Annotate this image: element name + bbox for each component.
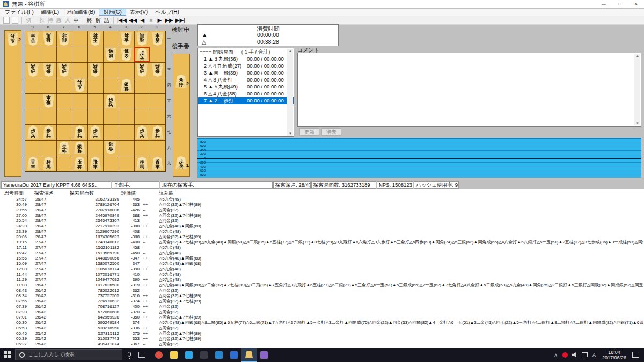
open-file-icon[interactable]: [12, 17, 18, 24]
board-piece[interactable]: 桂馬: [136, 32, 148, 46]
board-piece[interactable]: 歩兵: [136, 63, 148, 77]
move-row[interactable]: 1▲３九飛(36)00:00 / 00:00:00: [198, 55, 294, 62]
board-piece[interactable]: 金将: [120, 32, 133, 46]
analysis-row[interactable]: 20:0628/471874385623-388++△同金(32)▲7七桂(89…: [0, 234, 644, 240]
analysis-row[interactable]: 07:0126/42642959928-350++△同金(32)▲7七桂(89): [0, 315, 644, 320]
app-shogidokoro[interactable]: [241, 348, 257, 362]
toolbar-button[interactable]: 切: [24, 17, 33, 24]
analysis-row[interactable]: 30:4928/472789126704-363++△同金(32)▲7七桂(89…: [0, 202, 644, 208]
analysis-row[interactable]: 16:4727/471519569790-450--△5九金(48): [0, 250, 644, 256]
board-piece[interactable]: 歩兵: [27, 125, 39, 139]
move-row[interactable]: 5▲５九飛(49)00:00 / 00:00:00: [198, 83, 294, 90]
sente-hand-piece[interactable]: 歩兵: [175, 156, 187, 169]
board-piece[interactable]: 飛車: [42, 94, 55, 108]
network-icon[interactable]: [582, 352, 588, 357]
menu-item[interactable]: ファイル(F): [1, 9, 38, 16]
app-code[interactable]: [226, 348, 241, 362]
menu-item[interactable]: 局面編集(B): [63, 9, 99, 16]
board-piece[interactable]: 銀将: [74, 141, 86, 154]
analysis-row[interactable]: 05:2725/42499411874-367--△同金(32): [0, 342, 644, 347]
toolbar-button[interactable]: 急: [55, 17, 63, 24]
speaker-icon[interactable]: [572, 352, 577, 357]
analysis-row[interactable]: 06:3026/42595249584-374--△5九金(48)▲同銀(68)…: [0, 320, 644, 326]
board-piece[interactable]: 桂馬: [136, 157, 148, 170]
ime-indicator[interactable]: A: [592, 352, 596, 358]
app-store[interactable]: [181, 348, 196, 362]
analysis-row[interactable]: 07:2026/42672060688-370--△同金(32): [0, 309, 644, 315]
board-piece[interactable]: 歩兵: [27, 63, 39, 77]
board-piece[interactable]: 歩兵: [42, 63, 55, 77]
board-piece[interactable]: 金将: [105, 141, 117, 154]
toolbar-button[interactable]: 詰: [103, 17, 111, 24]
board-piece[interactable]: 飛車: [89, 157, 101, 170]
analysis-row[interactable]: 08:4326/42785022012-362--△同金(32): [0, 288, 644, 293]
menu-item[interactable]: 対局(G): [99, 9, 126, 16]
analysis-row[interactable]: 23:3928/472129907290-408--△5九金(48): [0, 229, 644, 234]
toolbar-button[interactable]: ▶▶: [164, 17, 174, 24]
analysis-row[interactable]: 17:1127/471562101182-458--△5九金(48): [0, 245, 644, 250]
toolbar-button[interactable]: 投: [38, 17, 46, 24]
toolbar-button[interactable]: 待: [46, 17, 55, 24]
toolbar-button[interactable]: ◀◀: [128, 17, 138, 24]
board-piece[interactable]: 歩兵: [89, 63, 101, 77]
analysis-row[interactable]: 11:0826/471017626580-319++△5九金(48)▲同銀(68…: [0, 283, 644, 288]
analysis-row[interactable]: 12:0827/471105078174-390++△5九金(48): [0, 267, 644, 272]
toolbar-button[interactable]: ■: [147, 17, 155, 24]
task-view-icon[interactable]: [138, 352, 145, 358]
app-explorer[interactable]: [166, 348, 181, 362]
analysis-row[interactable]: 07:3926/42708716127-400++△同金(32): [0, 304, 644, 309]
analysis-row[interactable]: 19:1527/471749340812-408--△同金(32)▲7七桂(89…: [0, 240, 644, 245]
board-piece[interactable]: 桂馬: [42, 157, 55, 170]
move-row[interactable]: 6△４八金(38)00:00 / 00:00:00: [198, 90, 294, 97]
toolbar-button[interactable]: |◀◀: [116, 17, 128, 24]
analysis-row[interactable]: 05:5325/42539218950-336++△同金(32): [0, 326, 644, 331]
board-piece[interactable]: 歩兵: [151, 125, 164, 139]
board-piece[interactable]: 王将: [89, 32, 101, 46]
analysis-row[interactable]: 29:5528/472707918006-426--△同金(32): [0, 208, 644, 213]
analysis-table[interactable]: 思考時間探索深さ探索局面数評価値読み筋 34:5728/473162733189…: [0, 189, 644, 348]
board-piece[interactable]: 歩兵: [74, 125, 86, 139]
board-grid[interactable]: 香車桂馬銀将王将金将桂馬香車銀将金将歩兵歩兵歩兵歩兵歩兵歩兵歩兵歩兵銀将飛車歩兵…: [25, 31, 166, 172]
comment-input[interactable]: [299, 54, 633, 125]
board-piece[interactable]: 香車: [151, 32, 164, 46]
board-piece[interactable]: 銀将: [105, 48, 117, 61]
board-piece[interactable]: 金将: [120, 48, 133, 61]
analysis-row[interactable]: 11:4427/471072016771-410--△5九金(48): [0, 272, 644, 277]
analysis-row[interactable]: 27:0028/472445970849-388++△同金(32)▲7七桂(89…: [0, 213, 644, 218]
move-row[interactable]: 2△４九角成(27)00:00 / 00:00:00: [198, 62, 294, 69]
board-piece[interactable]: 歩兵: [136, 125, 148, 139]
action-center-icon[interactable]: [632, 352, 639, 358]
analysis-row[interactable]: 07:5526/42724970632-374++△同金(32)▲7七桂(89): [0, 299, 644, 304]
notification-badge-icon[interactable]: [562, 352, 568, 358]
app-photos[interactable]: [211, 348, 226, 362]
analysis-row[interactable]: 05:3925/42510037743-353++△同金(32)▲7七桂(89): [0, 336, 644, 342]
analysis-row[interactable]: 25:5428/472346473307-413--△同金(32): [0, 218, 644, 224]
board-piece[interactable]: 歩兵: [74, 79, 86, 92]
menu-item[interactable]: ヘルプ(H): [151, 9, 183, 16]
toolbar-button[interactable]: 終: [85, 17, 94, 24]
board-piece[interactable]: 玉将: [74, 157, 86, 170]
board-piece[interactable]: 銀将: [58, 32, 70, 46]
toolbar-button[interactable]: 解: [94, 17, 103, 24]
board-piece[interactable]: 香車: [27, 157, 39, 170]
toolbar-button[interactable]: ▶: [155, 17, 164, 24]
menu-item[interactable]: 表示(V): [126, 9, 151, 16]
move-list-scrollbar[interactable]: [287, 49, 293, 136]
move-list[interactable]: ==== 開始局面 （１手 / 合計） 1▲３九飛(36)00:00 / 00:…: [197, 48, 294, 137]
sente-hand-piece[interactable]: 角行: [175, 75, 187, 88]
analysis-row[interactable]: 24:2828/472217910393-388++△5九金(48)▲同銀(68…: [0, 224, 644, 229]
taskbar-clock[interactable]: 18:04 2017/06/26: [602, 350, 626, 360]
analysis-row[interactable]: 15:5627/471448890056-347++△5九金(48)▲同銀(68…: [0, 256, 644, 261]
board-piece[interactable]: 香車: [27, 32, 39, 46]
board-piece[interactable]: 歩兵: [151, 63, 164, 77]
clear-button[interactable]: 消去: [321, 128, 341, 136]
taskbar-search[interactable]: ここに入力して検索: [15, 349, 122, 360]
board-piece[interactable]: 香車: [151, 157, 164, 170]
gote-hand-piece[interactable]: 歩兵: [6, 33, 19, 46]
analysis-row[interactable]: 05:4525/42527815112-275++△同金(32)▲7七桂(89): [0, 331, 644, 336]
toolbar-button[interactable]: 入: [63, 17, 72, 24]
analysis-row[interactable]: 08:3426/42737757505-316++△同金(32)▲7七桂(89): [0, 293, 644, 299]
maximize-button[interactable]: □: [612, 0, 628, 8]
start-button[interactable]: [0, 348, 14, 362]
close-button[interactable]: ✕: [628, 0, 644, 8]
